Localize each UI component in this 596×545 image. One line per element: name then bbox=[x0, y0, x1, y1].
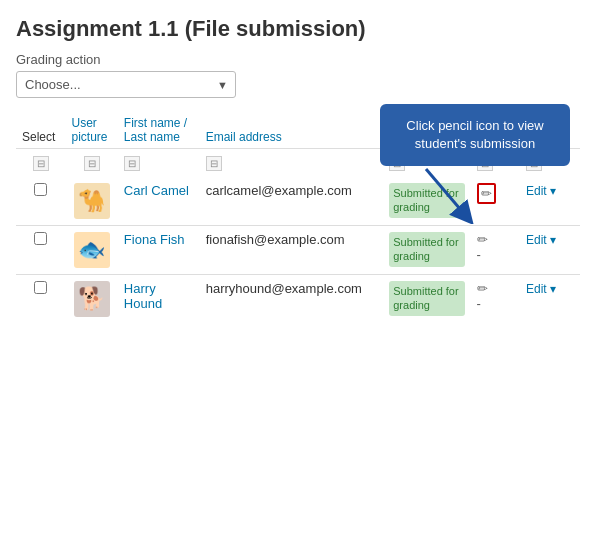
row-status: Submitted for grading bbox=[383, 226, 470, 275]
row-pencil-icon[interactable]: ✏ bbox=[471, 177, 520, 226]
row-checkbox[interactable] bbox=[16, 226, 65, 275]
col-header-email: Email address bbox=[200, 112, 384, 149]
filter-name[interactable]: ⊟ bbox=[118, 149, 200, 178]
avatar: 🐟 bbox=[74, 232, 110, 268]
grade-value: - bbox=[477, 296, 481, 311]
tooltip-box: Click pencil icon to view student's subm… bbox=[380, 104, 570, 166]
edit-button[interactable]: Edit ▾ bbox=[526, 282, 556, 296]
row-email: carlcamel@example.com bbox=[200, 177, 384, 226]
grading-action-label: Grading action bbox=[16, 52, 580, 67]
row-avatar: 🐕 bbox=[65, 275, 117, 324]
pencil-icon[interactable]: ✏ bbox=[477, 281, 488, 296]
col-header-picture: User picture bbox=[65, 112, 117, 149]
tooltip-arrow-icon bbox=[416, 164, 476, 224]
avatar: 🐪 bbox=[74, 183, 110, 219]
grade-value: - bbox=[477, 247, 481, 262]
row-checkbox[interactable] bbox=[16, 177, 65, 226]
row-email: fionafish@example.com bbox=[200, 226, 384, 275]
grading-action-select[interactable]: Choose... bbox=[16, 71, 236, 98]
filter-picture[interactable]: ⊟ bbox=[65, 149, 117, 178]
pencil-icon-highlighted[interactable]: ✏ bbox=[477, 183, 496, 204]
row-status: Submitted for grading bbox=[383, 275, 470, 324]
row-pencil-icon[interactable]: ✏- bbox=[471, 226, 520, 275]
table-row: 🐟Fiona Fishfionafish@example.comSubmitte… bbox=[16, 226, 580, 275]
status-badge: Submitted for grading bbox=[389, 281, 464, 316]
filter-email[interactable]: ⊟ bbox=[200, 149, 384, 178]
row-avatar: 🐟 bbox=[65, 226, 117, 275]
row-edit[interactable]: Edit ▾ bbox=[520, 226, 580, 275]
col-header-select: Select bbox=[16, 112, 65, 149]
row-name[interactable]: Harry Hound bbox=[118, 275, 200, 324]
row-avatar: 🐪 bbox=[65, 177, 117, 226]
filter-select-checkbox[interactable]: ⊟ bbox=[16, 149, 65, 178]
row-name[interactable]: Carl Camel bbox=[118, 177, 200, 226]
row-checkbox[interactable] bbox=[16, 275, 65, 324]
table-row: 🐕Harry Houndharryhound@example.comSubmit… bbox=[16, 275, 580, 324]
edit-button[interactable]: Edit ▾ bbox=[526, 184, 556, 198]
edit-button[interactable]: Edit ▾ bbox=[526, 233, 556, 247]
avatar: 🐕 bbox=[74, 281, 110, 317]
row-pencil-icon[interactable]: ✏- bbox=[471, 275, 520, 324]
status-badge: Submitted for grading bbox=[389, 232, 464, 267]
col-header-name: First name / Last name bbox=[118, 112, 200, 149]
row-email: harryhound@example.com bbox=[200, 275, 384, 324]
pencil-icon[interactable]: ✏ bbox=[477, 232, 488, 247]
tooltip-text: Click pencil icon to view student's subm… bbox=[406, 118, 543, 151]
row-edit[interactable]: Edit ▾ bbox=[520, 275, 580, 324]
svg-line-1 bbox=[426, 169, 466, 216]
row-edit[interactable]: Edit ▾ bbox=[520, 177, 580, 226]
page-title: Assignment 1.1 (File submission) bbox=[16, 16, 580, 42]
row-name[interactable]: Fiona Fish bbox=[118, 226, 200, 275]
table-row: 🐪Carl Camelcarlcamel@example.comSubmitte… bbox=[16, 177, 580, 226]
